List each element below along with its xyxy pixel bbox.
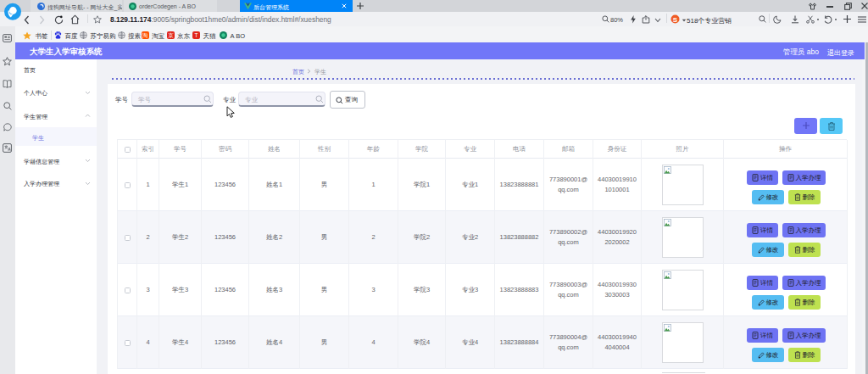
svg-text:S: S [673,16,678,24]
